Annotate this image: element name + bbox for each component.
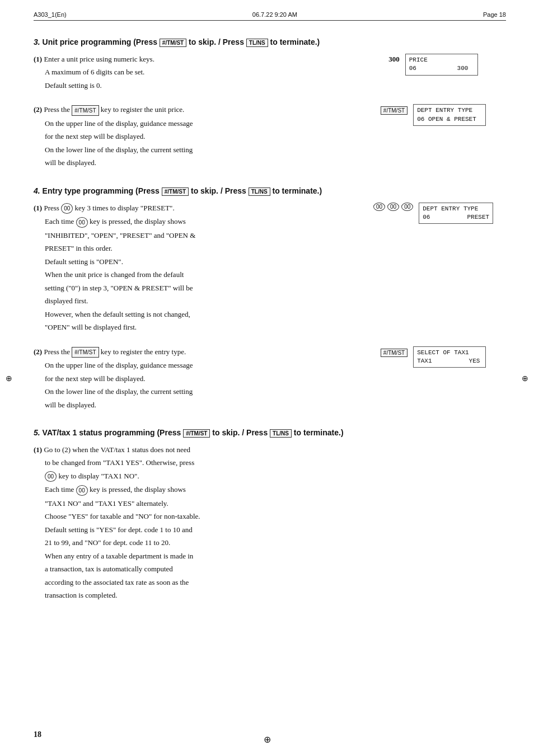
key-tlns-1: TL/NS (246, 39, 268, 47)
page-header: A303_1(En) 06.7.22 9:20 AM Page 18 (34, 11, 506, 21)
step-3-2-display: #/TM/ST DEPT ENTRY TYPE 06 OPEN & PRESET (381, 104, 486, 126)
step-3-2-key: #/TM/ST (381, 106, 407, 115)
step-4-2-right: #/TM/ST SELECT OF TAX1 TAX1 YES (360, 346, 506, 368)
header-doc-id: A303_1(En) (34, 11, 67, 18)
step-4-1-text: (1) Press 00 key 3 times to display "PRE… (34, 203, 360, 335)
step-3-1-lcd: PRICE 06 300 (405, 54, 478, 76)
key-tmst-1: #/TM/ST (160, 39, 186, 47)
section-3: 3. Unit price programming (Press #/TM/ST… (34, 37, 506, 171)
step-4-2: (2) Press the #/TM/ST key to register th… (34, 346, 506, 413)
step-3-2: (2) Press the #/TM/ST key to register th… (34, 104, 506, 171)
section-4-title: 4. Entry type programming (Press #/TM/ST… (34, 186, 506, 196)
key-tlns-4: TL/NS (249, 187, 270, 196)
key-00-5b: 00 (76, 485, 88, 496)
step-3-1-value: 300 (388, 54, 400, 64)
key-00-1a: 00 (61, 203, 73, 214)
key-00-5: 00 (45, 471, 57, 482)
key-tmst-4-2: #/TM/ST (72, 347, 99, 358)
step-3-1-text: (1) Enter a unit price using numeric key… (34, 54, 360, 93)
step-3-1: (1) Enter a unit price using numeric key… (34, 54, 506, 93)
page: A303_1(En) 06.7.22 9:20 AM Page 18 3. Un… (0, 0, 534, 756)
step-4-1-display: 00 00 00 DEPT ENTRY TYPE 06 PRESET (373, 203, 493, 224)
step-4-1-lcd: DEPT ENTRY TYPE 06 PRESET (419, 203, 493, 224)
step-4-2-text: (2) Press the #/TM/ST key to register th… (34, 346, 360, 413)
key-00-4-1b: 00 (387, 203, 399, 211)
step-5-1-text: (1) Go to (2) when the VAT/tax 1 status … (34, 444, 506, 603)
section-5-title: 5. VAT/tax 1 status programming (Press #… (34, 428, 506, 438)
key-tmst-5: #/TM/ST (183, 429, 210, 438)
section-5: 5. VAT/tax 1 status programming (Press #… (34, 428, 506, 603)
key-00-row: 00 00 00 (373, 203, 413, 211)
header-date: 06.7.22 9:20 AM (252, 11, 297, 18)
header-page: Page 18 (483, 11, 506, 18)
key-tlns-5: TL/NS (270, 429, 292, 438)
step-5-1: (1) Go to (2) when the VAT/tax 1 status … (34, 444, 506, 603)
step-3-2-text: (2) Press the #/TM/ST key to register th… (34, 104, 360, 171)
right-crosshair-icon: ⊕ (522, 373, 528, 383)
step-3-1-display: 300 PRICE 06 300 (388, 54, 478, 76)
step-4-2-lcd: SELECT OF TAX1 TAX1 YES (413, 346, 486, 368)
page-number: 18 (34, 730, 41, 739)
key-00-4-1a: 00 (373, 203, 385, 211)
step-3-1-right: 300 PRICE 06 300 (360, 54, 506, 76)
section-3-title: 3. Unit price programming (Press #/TM/ST… (34, 37, 506, 47)
step-4-1: (1) Press 00 key 3 times to display "PRE… (34, 203, 506, 335)
step-3-2-lcd: DEPT ENTRY TYPE 06 OPEN & PRESET (413, 104, 486, 126)
step-4-2-display: #/TM/ST SELECT OF TAX1 TAX1 YES (381, 346, 486, 368)
key-00-4-1c: 00 (401, 203, 413, 211)
bottom-crosshair-icon: ⊕ (264, 734, 271, 745)
step-4-2-key: #/TM/ST (381, 349, 407, 357)
section-4: 4. Entry type programming (Press #/TM/ST… (34, 186, 506, 412)
key-00-1b: 00 (76, 217, 88, 228)
key-tmst-4: #/TM/ST (162, 187, 189, 196)
step-3-2-right: #/TM/ST DEPT ENTRY TYPE 06 OPEN & PRESET (360, 104, 506, 126)
key-tmst-3-2: #/TM/ST (72, 105, 99, 116)
left-crosshair-icon: ⊕ (6, 373, 12, 383)
step-4-1-right: 00 00 00 DEPT ENTRY TYPE 06 PRESET (360, 203, 506, 224)
